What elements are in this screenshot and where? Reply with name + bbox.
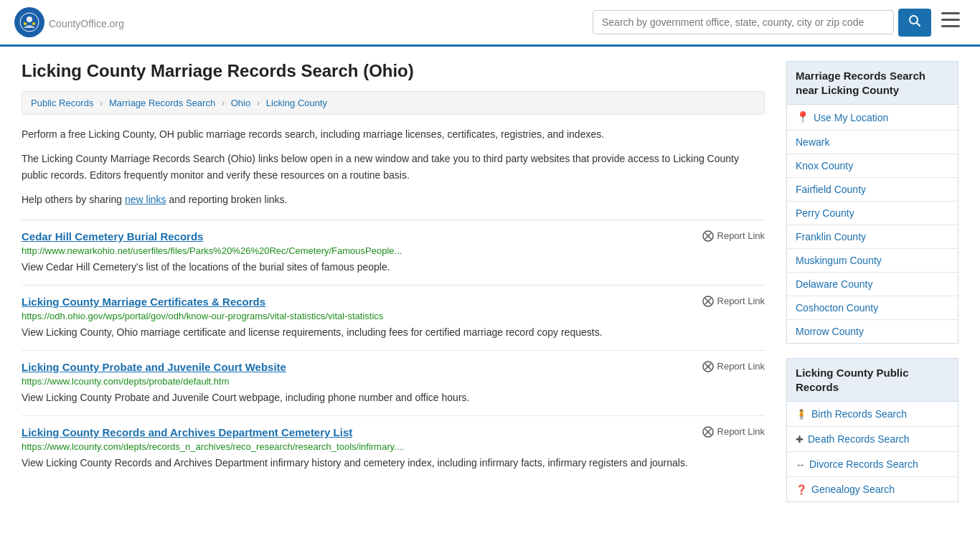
report-link-3[interactable]: Report Link (702, 426, 765, 438)
svg-point-3 (32, 22, 35, 25)
nearby-link-4[interactable]: Franklin County (796, 231, 866, 242)
result-item: Licking County Marriage Certificates & R… (22, 285, 765, 350)
page-title: Licking County Marriage Records Search (… (22, 61, 765, 81)
nearby-link-7[interactable]: Coshocton County (796, 302, 878, 314)
pr-link-3[interactable]: Genealogy Search (811, 484, 895, 495)
report-link-2[interactable]: Report Link (702, 361, 765, 372)
breadcrumb-licking-county[interactable]: Licking County (266, 98, 327, 108)
menu-button[interactable] (936, 9, 966, 35)
public-records-list: 🧍Birth Records Search✚Death Records Sear… (786, 402, 958, 502)
nearby-link-3[interactable]: Perry County (796, 207, 854, 219)
result-title-3[interactable]: Licking County Records and Archives Depa… (22, 426, 352, 438)
breadcrumb-marriage-records[interactable]: Marriage Records Search (109, 98, 215, 108)
public-records-section: Licking County Public Records 🧍Birth Rec… (786, 358, 958, 502)
location-icon: 📍 (796, 110, 810, 124)
public-records-items-container: 🧍Birth Records Search✚Death Records Sear… (787, 402, 958, 501)
nearby-list: 📍 Use My Location NewarkKnox CountyFairf… (786, 105, 958, 344)
nearby-items-container: NewarkKnox CountyFairfield CountyPerry C… (787, 131, 958, 343)
svg-rect-8 (941, 25, 960, 27)
result-title-1[interactable]: Licking County Marriage Certificates & R… (22, 296, 265, 308)
site-header: CountyOffice.org (0, 0, 980, 47)
svg-point-1 (27, 17, 32, 22)
nearby-item-6[interactable]: Delaware County (787, 273, 958, 296)
result-title-0[interactable]: Cedar Hill Cemetery Burial Records (22, 230, 203, 242)
public-records-item-3[interactable]: ❓Genealogy Search (787, 477, 958, 501)
nearby-link-1[interactable]: Knox County (796, 160, 853, 171)
result-item: Licking County Records and Archives Depa… (22, 415, 765, 481)
result-url-1: https://odh.ohio.gov/wps/portal/gov/odh/… (22, 311, 765, 321)
new-links-link[interactable]: new links (125, 194, 166, 205)
search-input[interactable] (593, 10, 894, 34)
pr-icon-1: ✚ (796, 434, 804, 445)
breadcrumb-ohio[interactable]: Ohio (231, 98, 250, 108)
nearby-link-6[interactable]: Delaware County (796, 278, 872, 290)
public-records-item-1[interactable]: ✚Death Records Search (787, 427, 958, 452)
nearby-link-0[interactable]: Newark (796, 136, 829, 148)
svg-rect-6 (941, 12, 960, 14)
public-records-section-title: Licking County Public Records (786, 358, 958, 402)
nearby-section-title: Marriage Records Search near Licking Cou… (786, 61, 958, 105)
main-container: Licking County Marriage Records Search (… (0, 47, 980, 531)
nearby-item-5[interactable]: Muskingum County (787, 249, 958, 273)
pr-icon-3: ❓ (796, 484, 807, 495)
pr-link-2[interactable]: Divorce Records Search (809, 458, 918, 470)
nearby-item-0[interactable]: Newark (787, 131, 958, 154)
nearby-link-8[interactable]: Morrow County (796, 326, 864, 337)
result-title-2[interactable]: Licking County Probate and Juvenile Cour… (22, 361, 286, 373)
description-2: The Licking County Marriage Records Sear… (22, 151, 765, 183)
nearby-item-3[interactable]: Perry County (787, 202, 958, 225)
description-1: Perform a free Licking County, OH public… (22, 126, 765, 142)
left-content: Licking County Marriage Records Search (… (22, 61, 765, 517)
nearby-item-2[interactable]: Fairfield County (787, 178, 958, 202)
nearby-link-2[interactable]: Fairfield County (796, 184, 866, 195)
logo-icon (14, 7, 44, 37)
description-3: Help others by sharing new links and rep… (22, 192, 765, 207)
public-records-item-2[interactable]: ↔Divorce Records Search (787, 452, 958, 477)
breadcrumb: Public Records › Marriage Records Search… (22, 91, 765, 115)
search-button[interactable] (898, 9, 931, 37)
result-item: Cedar Hill Cemetery Burial Records Repor… (22, 220, 765, 285)
result-url-2: https://www.lcounty.com/depts/probate/de… (22, 376, 765, 387)
result-desc-3: View Licking County Records and Archives… (22, 456, 765, 471)
public-records-item-0[interactable]: 🧍Birth Records Search (787, 402, 958, 427)
result-desc-2: View Licking County Probate and Juvenile… (22, 390, 765, 405)
pr-link-1[interactable]: Death Records Search (808, 433, 910, 445)
svg-point-2 (24, 22, 27, 25)
results-list: Cedar Hill Cemetery Burial Records Repor… (22, 220, 765, 481)
result-url-0: http://www.newarkohio.net/userfiles/file… (22, 245, 765, 256)
pr-icon-2: ↔ (796, 459, 805, 470)
nearby-item-7[interactable]: Coshocton County (787, 296, 958, 320)
search-area (593, 9, 966, 37)
result-item: Licking County Probate and Juvenile Cour… (22, 350, 765, 415)
pr-link-0[interactable]: Birth Records Search (811, 408, 907, 420)
nearby-item-8[interactable]: Morrow County (787, 320, 958, 343)
nearby-item-4[interactable]: Franklin County (787, 225, 958, 249)
logo-text: CountyOffice.org (49, 14, 124, 31)
svg-rect-7 (941, 19, 960, 21)
use-my-location-item[interactable]: 📍 Use My Location (787, 105, 958, 131)
pr-icon-0: 🧍 (796, 409, 807, 420)
report-link-0[interactable]: Report Link (702, 230, 765, 242)
result-url-3: https://www.lcounty.com/depts/records_n_… (22, 441, 765, 452)
logo-area[interactable]: CountyOffice.org (14, 7, 124, 37)
result-desc-0: View Cedar Hill Cemetery's list of the l… (22, 260, 765, 275)
nearby-item-1[interactable]: Knox County (787, 154, 958, 178)
result-desc-1: View Licking County, Ohio marriage certi… (22, 325, 765, 340)
report-link-1[interactable]: Report Link (702, 296, 765, 307)
nearby-link-5[interactable]: Muskingum County (796, 255, 882, 266)
right-sidebar: Marriage Records Search near Licking Cou… (786, 61, 958, 517)
nearby-section: Marriage Records Search near Licking Cou… (786, 61, 958, 344)
svg-line-5 (917, 22, 920, 26)
use-location-link[interactable]: Use My Location (814, 112, 888, 123)
breadcrumb-public-records[interactable]: Public Records (31, 98, 93, 108)
